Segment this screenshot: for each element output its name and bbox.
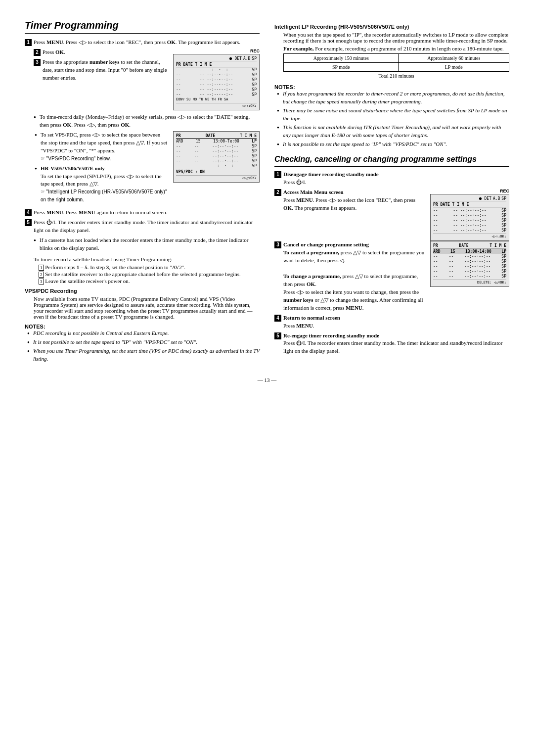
right-notes-list: If you have programmed the recorder to t…	[277, 90, 509, 148]
intelligent-lp-intro: When you set the tape speed to "IP", the…	[283, 32, 509, 44]
screen4-row0: ARD1513:00-14:00LP	[433, 249, 506, 254]
right-step-3-block: 3 Cancel or change programme setting To …	[274, 241, 426, 314]
step-3-content: Press the appropriate number keys to set…	[43, 58, 168, 82]
right-column: Intelligent LP Recording (HR-V505/V506/V…	[274, 20, 509, 367]
lp-table-wrapper: Approximately 150 minutes Approximately …	[283, 53, 509, 80]
screen2-footer: ◁▷△▽OK↓	[176, 175, 257, 180]
left-notes: NOTES: PDC recording is not possible in …	[25, 324, 260, 363]
screen4-row5: ------:--·--:--SP	[433, 274, 506, 279]
screen1-footer: ◁▷↑↓OK↓	[176, 103, 257, 108]
screen3-row2: ---- --:--·--:--SP	[433, 213, 506, 218]
screen2-row3: ------:--·--:--SP	[176, 149, 257, 154]
screen1-left: 2 Press OK. 3 Press the appropriate numb…	[34, 48, 168, 110]
step-4-content: Press MENU. Press MENU again to return t…	[34, 209, 260, 217]
bullet-hrv-item: HR-V505/V506/V507E only To set the tape …	[35, 165, 168, 204]
step-2-block: 2 Press OK.	[34, 48, 168, 56]
screen2-row6: ------:--·--:--SP	[176, 164, 257, 169]
screen3-row4: ---- --:--·--:--SP	[433, 223, 506, 228]
screen1-row3: ---- --:--·--:--SP	[176, 78, 257, 83]
right-step-1-block: 1 Disengage timer recording standby mode…	[274, 171, 509, 187]
sat-step-2: 2 Set the satellite receiver to the appr…	[39, 271, 260, 277]
hrv-ref: ☞ "Intelligent LP Recording (HR-V505/V50…	[41, 189, 167, 202]
vps-bullet-wrapper: To set VPS/PDC, press ◁▷ to select the s…	[30, 131, 260, 206]
checking-title: Checking, canceling or changing programm…	[274, 154, 509, 167]
right-step-1-title: Disengage timer recording standby mode	[283, 171, 379, 177]
right-step-4-title: Return to normal screen	[283, 315, 340, 321]
right-step-5-num: 5	[274, 332, 281, 339]
screen1-row4: ---- --:--·--:--SP	[176, 83, 257, 88]
screen3-row1: ---- --:--·--:--SP	[433, 208, 506, 213]
right-notes-title: NOTES:	[274, 84, 509, 90]
icon-sp2: A.B	[493, 196, 500, 201]
step-1-content: Press MENU. Press ◁▷ to select the icon …	[34, 39, 260, 47]
bullet-hrv: HR-V505/V506/V507E only To set the tape …	[35, 165, 168, 204]
mini-screen-4: PRDATET I M E ARD1513:00-14:00LP ------:…	[430, 241, 509, 287]
screen3-header: PR DATE T I M E	[433, 202, 506, 207]
screen4-footer: DELETE: ◁△▽OK↓	[433, 280, 506, 284]
right-note-2: There may be some noise and sound distur…	[277, 107, 509, 123]
right-step-2-inner: 2 Access Main Menu screen Press MENU. Pr…	[274, 189, 426, 212]
right-step-2-content: Access Main Menu screen Press MENU. Pres…	[283, 189, 426, 212]
right-step-5-content: Re-engage timer recording standby mode P…	[283, 332, 509, 356]
rec-label-1: REC	[173, 48, 260, 53]
step5-bullets: If a cassette has not loaded when the re…	[34, 236, 260, 252]
left-column: Timer Programming 1 Press MENU. Press ◁▷…	[25, 20, 260, 367]
intelligent-lp-title: Intelligent LP Recording (HR-V505/V506/V…	[274, 24, 509, 30]
icon-rec: ⏺	[229, 56, 233, 61]
mini-screen-2: PRDATET I M E ARD1513:00-Te:00LP ------:…	[173, 131, 260, 183]
sat-step-3-num: 3	[39, 279, 44, 284]
step-5-num: 5	[25, 219, 32, 226]
left-note-1: PDC recording is not possible in Central…	[27, 330, 260, 337]
screen1: REC ⏺ DET A.B SP PR DATE T I M E	[173, 48, 260, 110]
right-step-3-content: Cancel or change programme setting To ca…	[283, 241, 426, 312]
step-4-num: 4	[25, 209, 32, 216]
screen2-row1: ARD1513:00-Te:00LP	[176, 139, 257, 144]
screen2-row2: ------:--·--:--SP	[176, 144, 257, 149]
satellite-section: To timer-record a satellite broadcast us…	[34, 256, 260, 284]
icon-rec2: ⏺	[479, 196, 483, 201]
sat-step-3: 3 Leave the satellite receiver's power o…	[39, 278, 260, 284]
icon-det2: DET	[484, 196, 491, 201]
screen1-icons: ⏺ DET A.B SP	[176, 56, 257, 61]
right-step-4-content: Return to normal screen Press MENU.	[283, 314, 509, 330]
screen2-wrapper: PRDATET I M E ARD1513:00-Te:00LP ------:…	[173, 131, 260, 206]
screen4-row4: ------:--·--:--SP	[433, 269, 506, 274]
right-step-3-wrapper: 3 Cancel or change programme setting To …	[274, 241, 509, 314]
step-5-content: Press ⏻/I. The recorder enters timer sta…	[34, 219, 260, 235]
icon-alp2: SP	[501, 196, 506, 201]
screen1-row5: ---- --:--·--:--SP	[176, 88, 257, 93]
bullet-vps-item: To set VPS/PDC, press ◁▷ to select the s…	[35, 131, 168, 163]
lp-sp-mode: SP mode	[284, 63, 399, 72]
step-3-num: 3	[34, 59, 41, 66]
step-3-block: 3 Press the appropriate number keys to s…	[34, 58, 168, 82]
right-note-3: This function is not available during IT…	[277, 124, 509, 140]
left-notes-list: PDC recording is not possible in Central…	[27, 330, 260, 363]
for-example-text: For example, recording a programme of 21…	[315, 46, 504, 51]
step-4-block: 4 Press MENU. Press MENU again to return…	[25, 209, 260, 217]
page: Timer Programming 1 Press MENU. Press ◁▷…	[25, 20, 509, 383]
right-step-3-inner: 3 Cancel or change programme setting To …	[274, 241, 426, 312]
screen2-vps: VPS/PDC : ON	[176, 170, 257, 174]
screen2-header: PRDATET I M E	[176, 134, 257, 139]
sat-step-1-num: 1	[39, 265, 44, 271]
screen3-row5: ---- --:--·--:--SP	[433, 228, 506, 233]
lp-total: Total 210 minutes	[284, 72, 509, 81]
sat-step-1: 1 Perform steps 1 – 5. In step 3, set th…	[39, 264, 260, 270]
sat-step-2-num: 2	[39, 272, 44, 278]
vps-title: VPS/PDC Recording	[25, 288, 260, 294]
satellite-steps: 1 Perform steps 1 – 5. In step 3, set th…	[39, 264, 260, 284]
right-step-3-title: Cancel or change programme setting	[283, 241, 369, 247]
right-screen-wrapper: REC ⏺ DET A.B SP PR DATE T I M E ---- --	[430, 189, 509, 241]
screen1-header: PR DATE T I M E	[176, 62, 257, 67]
screen4-row3: ------:--·--:--SP	[433, 264, 506, 269]
screen1-row2: ---- --:--·--:--SP	[176, 73, 257, 78]
for-example: For example, For example, recording a pr…	[283, 46, 509, 51]
vps-text: Now available from some TV stations, PDC…	[34, 296, 260, 320]
screen2-row4: ------:--·--:--SP	[176, 154, 257, 159]
right-step-1-num: 1	[274, 171, 281, 178]
rec-label-2: REC	[430, 189, 509, 193]
screen1-row7: EON▽ SU MO TU WE TH FR SA	[176, 97, 257, 102]
right-step-5-title: Re-engage timer recording standby mode	[283, 332, 379, 338]
right-note-1: If you have programmed the recorder to t…	[277, 90, 509, 106]
right-step-2-wrapper: 2 Access Main Menu screen Press MENU. Pr…	[274, 189, 509, 241]
